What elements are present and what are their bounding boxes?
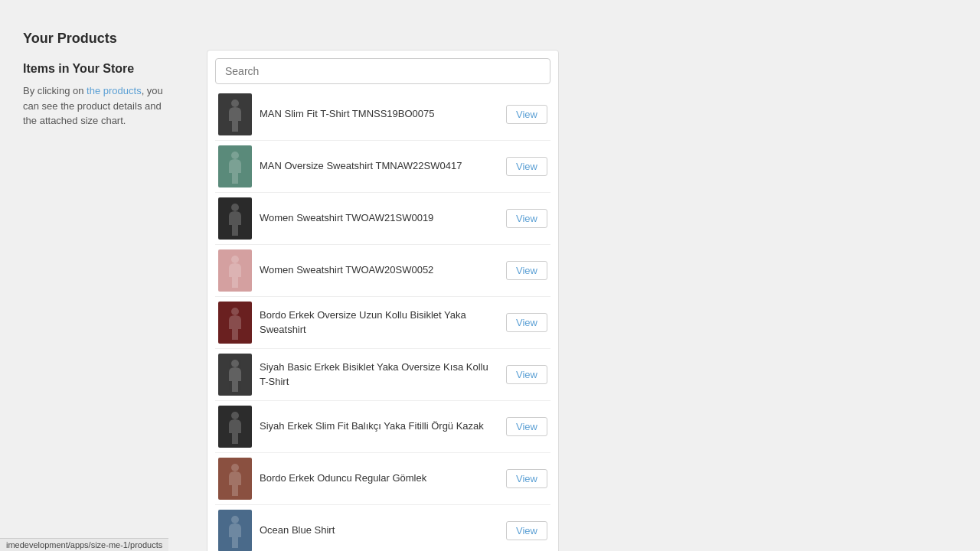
product-name: Women Sweatshirt TWOAW20SW0052 <box>260 263 498 277</box>
product-list-container: MAN Slim Fit T-Shirt TMNSS19BO0075View M… <box>207 50 559 551</box>
product-thumbnail <box>218 354 252 396</box>
list-item: Ocean Blue ShirtView <box>215 505 550 551</box>
list-item: Women Sweatshirt TWOAW20SW0052View <box>215 245 550 297</box>
svg-point-4 <box>231 308 239 315</box>
product-thumbnail <box>218 93 252 135</box>
product-name: Women Sweatshirt TWOAW21SW0019 <box>260 211 498 225</box>
status-bar: imedevelopment/apps/size-me-1/products <box>0 538 168 551</box>
view-button[interactable]: View <box>506 469 547 488</box>
product-list: MAN Slim Fit T-Shirt TMNSS19BO0075View M… <box>215 89 550 551</box>
view-button[interactable]: View <box>506 521 547 540</box>
list-item: Women Sweatshirt TWOAW21SW0019View <box>215 193 550 245</box>
product-thumbnail <box>218 510 252 551</box>
list-item: MAN Oversize Sweatshirt TMNAW22SW0417Vie… <box>215 141 550 193</box>
product-name: Ocean Blue Shirt <box>260 523 498 537</box>
product-thumbnail <box>218 145 252 187</box>
list-item: Bordo Erkek Oversize Uzun Kollu Bisiklet… <box>215 297 550 349</box>
view-button[interactable]: View <box>506 157 547 176</box>
search-input[interactable] <box>215 58 550 84</box>
product-thumbnail <box>218 302 252 344</box>
svg-point-2 <box>231 204 239 211</box>
product-name: Bordo Erkek Oversize Uzun Kollu Bisiklet… <box>260 308 498 336</box>
view-button[interactable]: View <box>506 209 547 228</box>
svg-point-3 <box>231 256 239 263</box>
product-thumbnail <box>218 249 252 292</box>
svg-point-6 <box>231 412 239 419</box>
svg-point-7 <box>231 464 239 471</box>
svg-point-8 <box>231 516 239 523</box>
page-title: Your Products <box>23 31 176 47</box>
description: By clicking on the products, you can see… <box>23 83 176 129</box>
product-thumbnail <box>218 197 252 240</box>
section-title: Items in Your Store <box>23 62 176 76</box>
product-thumbnail <box>218 406 252 448</box>
product-name: Siyah Basic Erkek Bisiklet Yaka Oversize… <box>260 360 498 388</box>
list-item: Siyah Erkek Slim Fit Balıkçı Yaka Fitill… <box>215 401 550 453</box>
list-item: Bordo Erkek Oduncu Regular GömlekView <box>215 453 550 505</box>
status-url: imedevelopment/apps/size-me-1/products <box>6 540 162 549</box>
product-name: Siyah Erkek Slim Fit Balıkçı Yaka Fitill… <box>260 419 498 433</box>
view-button[interactable]: View <box>506 313 547 332</box>
svg-point-1 <box>231 152 239 159</box>
product-thumbnail <box>218 458 252 500</box>
view-button[interactable]: View <box>506 417 547 436</box>
view-button[interactable]: View <box>506 365 547 384</box>
product-name: MAN Slim Fit T-Shirt TMNSS19BO0075 <box>260 107 498 121</box>
list-item: Siyah Basic Erkek Bisiklet Yaka Oversize… <box>215 349 550 401</box>
description-link: the products <box>87 85 142 96</box>
product-name: Bordo Erkek Oduncu Regular Gömlek <box>260 471 498 485</box>
list-item: MAN Slim Fit T-Shirt TMNSS19BO0075View <box>215 89 550 141</box>
view-button[interactable]: View <box>506 105 547 124</box>
view-button[interactable]: View <box>506 261 547 280</box>
svg-point-0 <box>231 99 239 107</box>
product-name: MAN Oversize Sweatshirt TMNAW22SW0417 <box>260 159 498 173</box>
svg-point-5 <box>231 360 239 367</box>
